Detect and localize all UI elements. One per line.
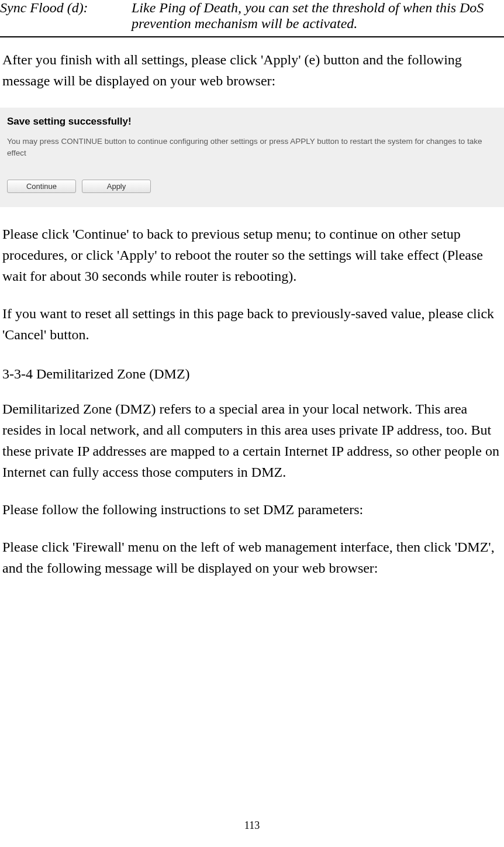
definition-table: Sync Flood (d): Like Ping of Death, you …	[0, 0, 504, 37]
paragraph-cancel: If you want to reset all settings in thi…	[2, 303, 502, 345]
page-number: 113	[0, 820, 504, 832]
definition-row: Sync Flood (d): Like Ping of Death, you …	[0, 0, 504, 32]
continue-button[interactable]: Continue	[7, 180, 76, 193]
save-setting-screenshot: Save setting successfully! You may press…	[0, 108, 504, 207]
paragraph-dmz-intro: Demilitarized Zone (DMZ) refers to a spe…	[2, 398, 502, 483]
section-heading-dmz: 3-3-4 Demilitarized Zone (DMZ)	[2, 366, 502, 382]
screenshot-text: You may press CONTINUE button to continu…	[7, 136, 497, 160]
apply-button[interactable]: Apply	[82, 180, 151, 193]
definition-desc: Like Ping of Death, you can set the thre…	[132, 0, 504, 32]
paragraph-dmz-instructions: Please follow the following instructions…	[2, 499, 502, 520]
definition-term: Sync Flood (d):	[0, 0, 132, 32]
paragraph-apply-instruction: After you finish with all settings, plea…	[2, 49, 502, 91]
paragraph-firewall-menu: Please click 'Firewall' menu on the left…	[2, 536, 502, 579]
paragraph-continue-apply: Please click 'Continue' to back to previ…	[2, 223, 502, 287]
screenshot-title: Save setting successfully!	[7, 116, 497, 128]
screenshot-button-row: Continue Apply	[7, 180, 497, 193]
